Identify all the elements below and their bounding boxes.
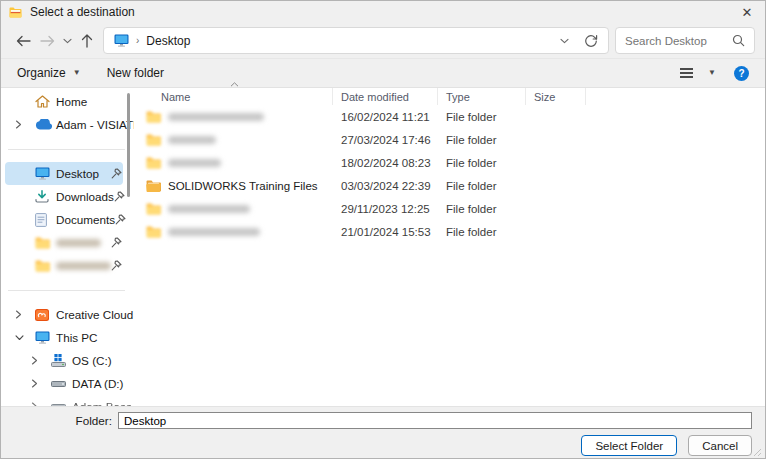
sort-ascending-icon (230, 82, 239, 87)
sidebar-item-label: Adam - VISIATIV-UK (56, 118, 134, 131)
organize-label: Organize (17, 66, 66, 80)
new-folder-label: New folder (107, 66, 164, 80)
column-header-name[interactable]: Name (134, 88, 333, 105)
blurred-file-name (168, 113, 264, 121)
back-button[interactable] (11, 28, 35, 54)
file-name-cell[interactable] (134, 111, 333, 123)
folder-icon (146, 134, 161, 146)
blurred-file-name (168, 228, 260, 236)
file-date-modified: 29/11/2023 12:25 (333, 203, 438, 215)
sidebar-item-adam-visiativ-uk[interactable]: Adam - VISIATIV-UK (5, 113, 123, 136)
file-list: Name Date modified Type Size 16/02/2024 … (134, 88, 765, 406)
drive-windows-icon (51, 354, 72, 367)
folder-icon (146, 111, 161, 123)
pin-icon (115, 214, 127, 225)
sidebar-item-documents[interactable]: Documents (5, 208, 123, 231)
sidebar-item-label: Desktop (56, 167, 99, 180)
breadcrumb-separator-icon: › (136, 35, 139, 46)
file-name-cell[interactable] (134, 134, 333, 146)
change-view-button[interactable]: ▼ (680, 68, 716, 78)
file-type: File folder (438, 226, 526, 238)
column-header-type[interactable]: Type (438, 88, 526, 105)
address-dropdown-icon[interactable] (560, 38, 569, 44)
folder-icon (35, 260, 56, 272)
home-icon (35, 95, 56, 108)
file-date-modified: 03/03/2024 22:39 (333, 180, 438, 192)
desktop-location-icon (114, 34, 129, 47)
sidebar-item-label: Creative Cloud Files (56, 308, 134, 321)
help-icon[interactable]: ? (734, 66, 749, 81)
file-date-modified: 27/03/2024 17:46 (333, 134, 438, 146)
select-destination-dialog: Select a destination ✕ › Desktop Organiz… (0, 0, 766, 459)
file-row-blurred[interactable]: 18/02/2024 08:23File folder (134, 151, 765, 174)
column-header-date-modified[interactable]: Date modified (333, 88, 438, 105)
drive-icon (51, 380, 72, 388)
onedrive-icon (35, 119, 56, 130)
command-toolbar: Organize ▼ New folder ▼ ? (1, 59, 765, 88)
folder-name-input[interactable] (118, 412, 752, 429)
folder-icon (146, 203, 161, 215)
up-button[interactable] (75, 28, 99, 54)
file-row-blurred[interactable]: 27/03/2024 17:46File folder (134, 128, 765, 151)
recent-locations-button[interactable] (59, 28, 75, 54)
sidebar-item-creative-cloud-files[interactable]: Creative Cloud Files (5, 303, 123, 326)
file-type: File folder (438, 180, 526, 192)
navigation-bar: › Desktop (1, 23, 765, 59)
sidebar-item-this-pc[interactable]: This PC (5, 326, 123, 349)
sidebar-item-os-c[interactable]: OS (C:) (5, 349, 123, 372)
file-row-solidworks-training-files[interactable]: SOLIDWORKS Training Files03/03/2024 22:3… (134, 174, 765, 197)
file-row-blurred[interactable]: 29/11/2023 12:25File folder (134, 197, 765, 220)
chevron-right-icon[interactable] (31, 356, 51, 365)
monitor-icon (35, 167, 56, 180)
column-header-size[interactable]: Size (526, 88, 586, 105)
folder-icon (146, 180, 161, 192)
sidebar-item-label: OS (C:) (72, 354, 112, 367)
file-name-cell[interactable] (134, 203, 333, 215)
address-bar[interactable]: › Desktop (103, 27, 609, 54)
forward-button[interactable] (35, 28, 59, 54)
file-name-cell[interactable]: SOLIDWORKS Training Files (134, 180, 333, 192)
column-header-filler (586, 88, 765, 105)
chevron-right-icon[interactable] (15, 310, 35, 319)
close-button[interactable]: ✕ (729, 1, 765, 23)
caret-down-icon: ▼ (708, 69, 716, 77)
file-row-blurred[interactable]: 21/01/2024 15:53File folder (134, 220, 765, 243)
file-name-cell[interactable] (134, 226, 333, 238)
file-type: File folder (438, 111, 526, 123)
blurred-label (56, 239, 101, 247)
file-name-cell[interactable] (134, 157, 333, 169)
folder-icon (35, 237, 56, 249)
dialog-footer: Folder: Select Folder Cancel (1, 406, 765, 459)
sidebar-item-home[interactable]: Home (5, 90, 123, 113)
resize-grip[interactable] (753, 448, 762, 457)
forward-icon (40, 35, 55, 47)
sidebar-item-label: This PC (56, 331, 98, 344)
new-folder-button[interactable]: New folder (107, 66, 164, 80)
navigation-pane: HomeAdam - VISIATIV-UKDesktopDownloadsDo… (1, 88, 134, 406)
refresh-icon[interactable] (584, 34, 598, 48)
pin-icon (111, 237, 123, 248)
sidebar-item-downloads[interactable]: Downloads (5, 185, 123, 208)
creative-cloud-icon (35, 309, 56, 321)
sidebar-item-data-d[interactable]: DATA (D:) (5, 372, 123, 395)
sidebar-item-desktop[interactable]: Desktop (5, 162, 123, 185)
chevron-right-icon[interactable] (31, 379, 51, 388)
dialog-title: Select a destination (30, 5, 135, 19)
file-row-blurred[interactable]: 16/02/2024 11:21File folder (134, 105, 765, 128)
sidebar-item-adam-bass-o[interactable]: Adam Bass O\... (5, 395, 123, 406)
cancel-button[interactable]: Cancel (688, 435, 752, 456)
breadcrumb[interactable]: Desktop (146, 34, 190, 48)
search-input[interactable] (625, 35, 732, 47)
blurred-file-name (168, 136, 216, 144)
chevron-right-icon[interactable] (15, 120, 35, 129)
chevron-down-icon[interactable] (15, 334, 35, 341)
sidebar-separator (1, 277, 134, 303)
sidebar-item-label: Home (56, 95, 87, 108)
sidebar-item-label: Downloads (56, 190, 114, 203)
pin-icon (114, 191, 126, 202)
document-icon (35, 213, 56, 227)
sidebar-item-blurred[interactable] (5, 254, 123, 277)
select-folder-button[interactable]: Select Folder (581, 435, 677, 456)
sidebar-item-blurred[interactable] (5, 231, 123, 254)
organize-button[interactable]: Organize ▼ (17, 66, 81, 80)
